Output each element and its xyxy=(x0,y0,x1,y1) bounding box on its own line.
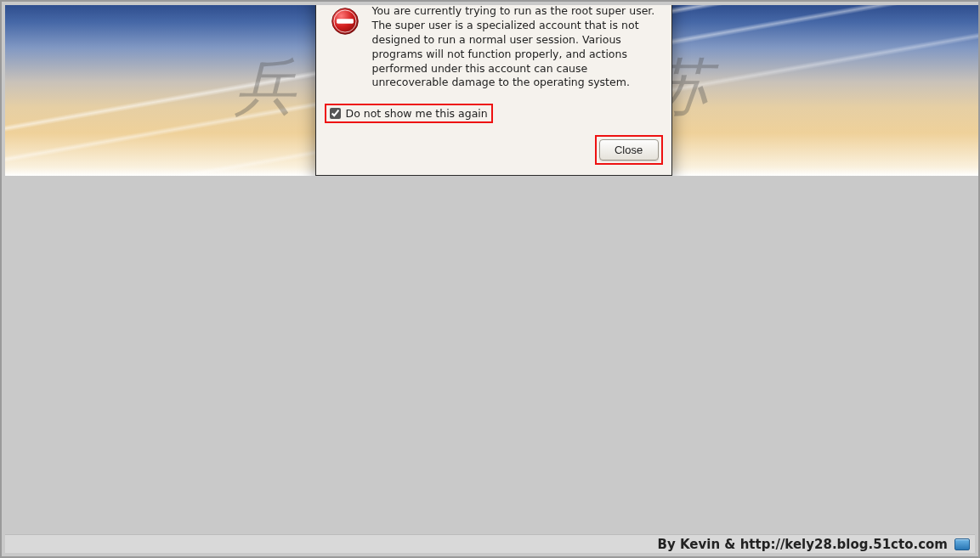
do-not-show-again-row[interactable]: Do not show me this again xyxy=(326,105,491,121)
dialog-body: You are currently trying to run as the r… xyxy=(316,5,671,95)
close-button[interactable]: Close xyxy=(599,139,659,161)
do-not-show-again-checkbox[interactable] xyxy=(330,108,341,119)
error-icon xyxy=(330,6,360,37)
tray-monitor-icon xyxy=(955,538,970,550)
footer-bar: By Kevin & http://kely28.blog.51cto.com xyxy=(5,534,975,553)
dialog-button-row: Close xyxy=(316,121,671,175)
warning-dialog: × You are currently tryin xyxy=(315,5,672,176)
svg-rect-2 xyxy=(337,19,354,23)
desktop-wallpaper: 兵马俑友苏 × xyxy=(5,5,980,176)
do-not-show-again-label: Do not show me this again xyxy=(346,107,488,120)
dialog-message: You are currently trying to run as the r… xyxy=(372,5,658,90)
close-button-highlight: Close xyxy=(597,137,661,163)
footer-credit-text: By Kevin & http://kely28.blog.51cto.com xyxy=(658,537,948,552)
